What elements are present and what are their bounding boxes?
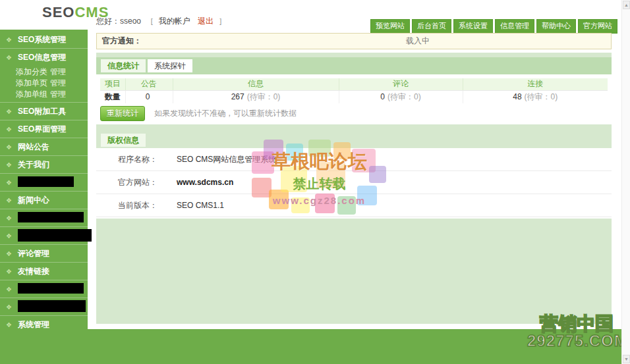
copyright-row-official-site: 官方网站： www.sdcms.cn: [96, 171, 612, 194]
stats-value-announcements: 0: [125, 90, 173, 103]
footer-band: [0, 329, 621, 364]
redaction-box: [18, 229, 92, 242]
nav-system-settings-button[interactable]: 系统设置: [453, 19, 493, 34]
sidebar-item-label: 系统管理: [18, 320, 49, 329]
diamond-bullet-icon: ❖: [6, 143, 12, 151]
diamond-bullet-icon: ❖: [6, 197, 12, 204]
sidebar-item-seo-info-mgmt[interactable]: ❖SEO信息管理: [0, 49, 88, 66]
vertical-scrollbar[interactable]: ▲ ▼: [621, 0, 630, 364]
sidebar-item-label: 新闻中心: [18, 195, 49, 205]
sidebar-item-label: 关于我们: [18, 160, 49, 169]
stat-number: 267: [231, 92, 244, 101]
copyright-value-site-link[interactable]: www.sdcms.cn: [169, 171, 233, 194]
stats-header-links: 连接: [463, 78, 608, 90]
sidebar-item-label: SEO系统管理: [18, 35, 66, 44]
sidebar-item-redacted-3[interactable]: ❖: [0, 227, 88, 245]
my-account-link[interactable]: 我的帐户: [159, 16, 190, 26]
nav-official-site-button[interactable]: 官方网站: [578, 19, 617, 34]
top-nav: 预览网站 后台首页 系统设置 信息管理 帮助中心 官方网站: [370, 19, 617, 34]
copyright-section: 程序名称： SEO CMS网站信息管理系统 官方网站： www.sdcms.cn…: [96, 148, 612, 219]
sidebar-item-site-notice[interactable]: ❖网站公告: [0, 138, 88, 156]
redaction-box: [18, 212, 84, 222]
logout-link[interactable]: 退出: [198, 16, 214, 26]
diamond-bullet-icon: ❖: [6, 232, 12, 240]
main-content-panel: 信息统计 系统探针 项目 公告 信息 评论 连接 数量 0 267(待审：0) …: [96, 53, 612, 324]
copyright-label: 当前版本：: [96, 194, 169, 217]
sidebar-subgroup: 添加分类管理 添加单页管理 添加单组管理: [0, 66, 88, 103]
sidebar-item-seo-tools[interactable]: ❖SEO附加工具: [0, 103, 88, 120]
redaction-box: [18, 283, 84, 294]
notice-content: 载入中: [406, 34, 430, 49]
subitem-manage-link[interactable]: 管理: [50, 66, 66, 78]
sidebar-subitem-add-group[interactable]: 添加单组管理: [0, 89, 88, 100]
admin-page: SEOCMS 您好：sseoo ［ 我的帐户 退出 ］ 预览网站 后台首页 系统…: [0, 0, 630, 364]
sidebar-item-redacted-2[interactable]: ❖: [0, 209, 88, 227]
tab-system-probe[interactable]: 系统探针: [148, 59, 192, 72]
subitem-label[interactable]: 添加单组: [16, 89, 50, 100]
nav-help-center-button[interactable]: 帮助中心: [536, 19, 576, 34]
stat-number: 48: [513, 92, 521, 101]
stats-value-links: 48(待审：0): [463, 90, 608, 103]
sidebar-item-seo-ui-mgmt[interactable]: ❖SEO界面管理: [0, 120, 88, 138]
sidebar-item-label: SEO信息管理: [18, 53, 66, 62]
diamond-bullet-icon: ❖: [6, 54, 12, 61]
sidebar-item-news-center[interactable]: ❖新闻中心: [0, 192, 88, 209]
subitem-label[interactable]: 添加单页: [16, 78, 50, 89]
stats-value-comments: 0(待审：0): [339, 90, 463, 103]
diamond-bullet-icon: ❖: [6, 321, 12, 328]
copyright-row-program-name: 程序名称： SEO CMS网站信息管理系统: [96, 148, 612, 171]
logo-text-seo: SEO: [42, 4, 74, 20]
subitem-label[interactable]: 添加分类: [16, 66, 50, 78]
sidebar: ❖SEO系统管理 ❖SEO信息管理 添加分类管理 添加单页管理 添加单组管理 ❖…: [0, 30, 88, 364]
greeting-text: 您好：sseoo: [96, 16, 141, 26]
sidebar-item-friend-links[interactable]: ❖友情链接: [0, 263, 88, 280]
sidebar-subitem-add-page[interactable]: 添加单页管理: [0, 78, 88, 89]
diamond-bullet-icon: ❖: [6, 268, 12, 275]
pending-count: (待审：0): [247, 92, 281, 101]
stats-value-info: 267(待审：0): [173, 90, 339, 103]
sidebar-item-redacted-5[interactable]: ❖: [0, 298, 88, 316]
sidebar-item-seo-system-mgmt[interactable]: ❖SEO系统管理: [0, 31, 88, 49]
nav-info-mgmt-button[interactable]: 信息管理: [495, 19, 534, 34]
redaction-box: [18, 176, 74, 187]
bracket-close: ］: [218, 16, 226, 26]
copyright-row-version: 当前版本： SEO CMS1.1: [96, 194, 612, 217]
diamond-bullet-icon: ❖: [6, 303, 12, 311]
stats-tab-bar: 信息统计 系统探针: [96, 57, 612, 74]
stats-header-info: 信息: [173, 78, 339, 90]
diamond-bullet-icon: ❖: [6, 286, 12, 293]
stat-number: 0: [380, 92, 385, 101]
diamond-bullet-icon: ❖: [6, 179, 12, 186]
sidebar-item-label: 评论管理: [18, 249, 49, 258]
scroll-down-icon[interactable]: ▼: [623, 355, 630, 363]
tab-copyright-info[interactable]: 版权信息: [101, 134, 146, 147]
tab-info-statistics[interactable]: 信息统计: [101, 59, 146, 72]
diamond-bullet-icon: ❖: [6, 250, 12, 257]
subitem-manage-link[interactable]: 管理: [50, 89, 66, 100]
sidebar-subitem-add-category[interactable]: 添加分类管理: [0, 66, 88, 78]
stats-header-row: 项目 公告 信息 评论 连接: [100, 78, 608, 90]
diamond-bullet-icon: ❖: [6, 36, 12, 43]
nav-admin-home-button[interactable]: 后台首页: [412, 19, 451, 34]
stats-header-announcements: 公告: [125, 78, 173, 90]
sidebar-item-redacted-1[interactable]: ❖: [0, 174, 88, 192]
subitem-manage-link[interactable]: 管理: [50, 78, 66, 89]
pending-count: (待审：0): [525, 92, 558, 101]
sidebar-item-label: 友情链接: [18, 267, 49, 276]
redaction-box: [18, 300, 86, 312]
recount-button[interactable]: 重新统计: [100, 106, 145, 121]
user-greeting: 您好：sseoo ［ 我的帐户 退出 ］: [96, 16, 229, 27]
scroll-up-icon[interactable]: ▲: [623, 1, 630, 9]
sidebar-item-label: SEO附加工具: [18, 107, 66, 116]
nav-preview-site-button[interactable]: 预览网站: [370, 19, 410, 34]
stats-section: 项目 公告 信息 评论 连接 数量 0 267(待审：0) 0(待审：0) 48…: [96, 74, 612, 124]
bracket-open: ［: [146, 16, 154, 26]
sidebar-item-about-us[interactable]: ❖关于我们: [0, 156, 88, 174]
recount-hint: 如果发现统计不准确，可以重新统计数据: [154, 108, 297, 119]
stat-number: 0: [146, 92, 150, 101]
sidebar-item-comment-mgmt[interactable]: ❖评论管理: [0, 245, 88, 263]
notice-label: 官方通知：: [102, 36, 142, 45]
copyright-label: 官方网站：: [96, 171, 169, 194]
sidebar-item-redacted-4[interactable]: ❖: [0, 280, 88, 298]
stats-header-comments: 评论: [339, 78, 463, 90]
